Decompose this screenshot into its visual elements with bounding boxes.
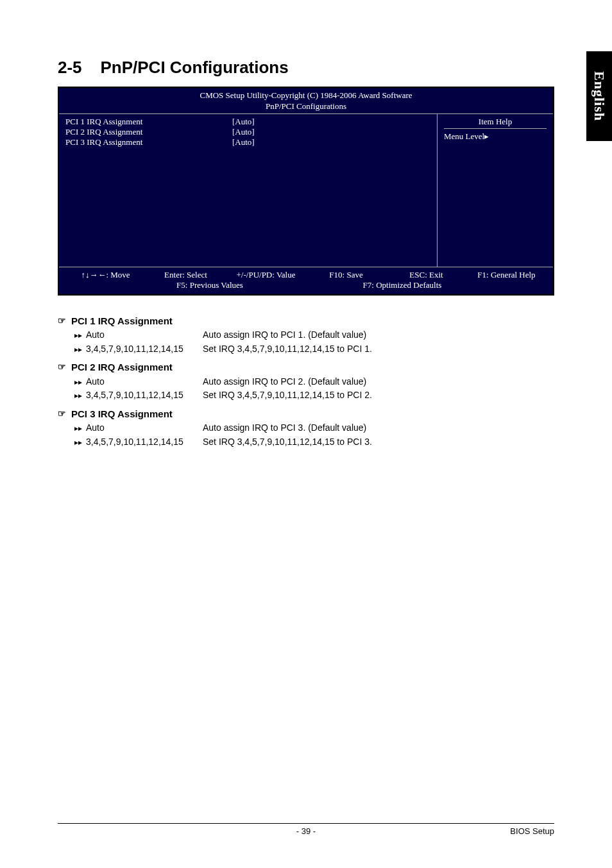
description-title: PCI 1 IRQ Assignment — [71, 313, 173, 328]
bios-header: CMOS Setup Utility-Copyright (C) 1984-20… — [59, 88, 553, 113]
description-option-value: Auto assign IRQ to PCI 3. (Default value… — [203, 421, 554, 435]
description-option-key: ▸▸ Auto — [74, 421, 203, 435]
bios-key-opt: F7: Optimized Defaults — [354, 280, 450, 290]
pointer-icon: ☞ — [58, 360, 66, 374]
description-option-key: ▸▸ 3,4,5,7,9,10,11,12,14,15 — [74, 388, 203, 403]
bios-body: PCI 1 IRQ Assignment [Auto] PCI 2 IRQ As… — [59, 113, 553, 267]
double-arrow-icon: ▸▸ — [74, 422, 82, 435]
footer-section: BIOS Setup — [510, 826, 554, 836]
bios-help-header: Item Help — [444, 117, 547, 129]
bios-footer-line2: F5: Previous Values F7: Optimized Defaul… — [65, 280, 547, 290]
bios-setting-value: [Auto] — [232, 117, 255, 127]
double-arrow-icon: ▸▸ — [74, 376, 82, 388]
bios-settings-panel: PCI 1 IRQ Assignment [Auto] PCI 2 IRQ As… — [59, 114, 438, 267]
bios-setting-label: PCI 2 IRQ Assignment — [65, 127, 232, 137]
bios-header-line2: PnP/PCI Configurations — [59, 101, 553, 112]
bios-setting-row: PCI 2 IRQ Assignment [Auto] — [65, 127, 430, 137]
double-arrow-icon: ▸▸ — [74, 390, 82, 402]
description-heading: ☞ PCI 2 IRQ Assignment — [58, 360, 554, 374]
bios-screenshot: CMOS Setup Utility-Copyright (C) 1984-20… — [58, 87, 554, 296]
bios-key-move: ↑↓→←: Move — [65, 270, 146, 280]
description-heading: ☞ PCI 3 IRQ Assignment — [58, 406, 554, 421]
page-content: 2-5 PnP/PCI Configurations CMOS Setup Ut… — [0, 0, 612, 449]
description-title: PCI 2 IRQ Assignment — [71, 360, 173, 374]
description-option-value: Set IRQ 3,4,5,7,9,10,11,12,14,15 to PCI … — [203, 388, 554, 403]
bios-key-select: Enter: Select — [146, 270, 226, 280]
description-option-key: ▸▸ 3,4,5,7,9,10,11,12,14,15 — [74, 342, 203, 356]
bios-footer-line1: ↑↓→←: Move Enter: Select +/-/PU/PD: Valu… — [65, 270, 547, 280]
option-key-text: 3,4,5,7,9,10,11,12,14,15 — [86, 342, 183, 356]
page-footer: - 39 - BIOS Setup — [58, 823, 554, 836]
bios-key-prev: F5: Previous Values — [162, 280, 258, 290]
description-option-key: ▸▸ Auto — [74, 328, 203, 342]
description-option-value: Set IRQ 3,4,5,7,9,10,11,12,14,15 to PCI … — [203, 342, 554, 356]
description-heading: ☞ PCI 1 IRQ Assignment — [58, 313, 554, 328]
double-arrow-icon: ▸▸ — [74, 330, 82, 342]
description-item: ☞ PCI 2 IRQ Assignment ▸▸ Auto Auto assi… — [58, 360, 554, 403]
description-item: ☞ PCI 3 IRQ Assignment ▸▸ Auto Auto assi… — [58, 406, 554, 449]
double-arrow-icon: ▸▸ — [74, 344, 82, 356]
option-key-text: Auto — [86, 375, 105, 389]
bios-setting-value: [Auto] — [232, 137, 255, 147]
bios-key-value: +/-/PU/PD: Value — [226, 270, 306, 280]
description-title: PCI 3 IRQ Assignment — [71, 406, 173, 421]
bios-setting-row: PCI 3 IRQ Assignment [Auto] — [65, 137, 430, 147]
description-option-row: ▸▸ 3,4,5,7,9,10,11,12,14,15 Set IRQ 3,4,… — [58, 342, 554, 356]
description-item: ☞ PCI 1 IRQ Assignment ▸▸ Auto Auto assi… — [58, 313, 554, 356]
bios-footer: ↑↓→←: Move Enter: Select +/-/PU/PD: Valu… — [59, 267, 553, 294]
description-option-key: ▸▸ Auto — [74, 375, 203, 389]
bios-key-exit: ESC: Exit — [386, 270, 466, 280]
option-key-text: 3,4,5,7,9,10,11,12,14,15 — [86, 435, 183, 449]
bios-setting-label: PCI 1 IRQ Assignment — [65, 117, 232, 127]
option-key-text: Auto — [86, 421, 105, 435]
pointer-icon: ☞ — [58, 314, 66, 328]
option-key-text: Auto — [86, 328, 105, 342]
description-option-value: Auto assign IRQ to PCI 1. (Default value… — [203, 328, 554, 342]
description-option-value: Set IRQ 3,4,5,7,9,10,11,12,14,15 to PCI … — [203, 435, 554, 449]
section-heading: 2-5 PnP/PCI Configurations — [58, 58, 554, 78]
bios-key-save: F10: Save — [306, 270, 386, 280]
bios-header-line1: CMOS Setup Utility-Copyright (C) 1984-20… — [59, 90, 553, 101]
bios-setting-label: PCI 3 IRQ Assignment — [65, 137, 232, 147]
description-option-key: ▸▸ 3,4,5,7,9,10,11,12,14,15 — [74, 435, 203, 449]
description-option-value: Auto assign IRQ to PCI 2. (Default value… — [203, 375, 554, 389]
double-arrow-icon: ▸▸ — [74, 437, 82, 449]
pointer-icon: ☞ — [58, 407, 66, 421]
description-option-row: ▸▸ Auto Auto assign IRQ to PCI 3. (Defau… — [58, 421, 554, 435]
bios-help-panel: Item Help Menu Level▸ — [438, 114, 553, 267]
description-option-row: ▸▸ 3,4,5,7,9,10,11,12,14,15 Set IRQ 3,4,… — [58, 435, 554, 449]
bios-setting-row: PCI 1 IRQ Assignment [Auto] — [65, 117, 430, 127]
language-tab: English — [586, 51, 612, 141]
page-number: - 39 - — [296, 826, 316, 836]
description-option-row: ▸▸ Auto Auto assign IRQ to PCI 1. (Defau… — [58, 328, 554, 342]
description-block: ☞ PCI 1 IRQ Assignment ▸▸ Auto Auto assi… — [58, 313, 554, 449]
bios-key-help: F1: General Help — [466, 270, 547, 280]
option-key-text: 3,4,5,7,9,10,11,12,14,15 — [86, 388, 183, 403]
description-option-row: ▸▸ Auto Auto assign IRQ to PCI 2. (Defau… — [58, 375, 554, 389]
language-tab-label: English — [591, 71, 608, 121]
section-title-text: PnP/PCI Configurations — [100, 58, 288, 77]
description-option-row: ▸▸ 3,4,5,7,9,10,11,12,14,15 Set IRQ 3,4,… — [58, 388, 554, 403]
bios-setting-value: [Auto] — [232, 127, 255, 137]
section-number: 2-5 — [58, 58, 82, 77]
bios-help-body: Menu Level▸ — [444, 131, 547, 142]
